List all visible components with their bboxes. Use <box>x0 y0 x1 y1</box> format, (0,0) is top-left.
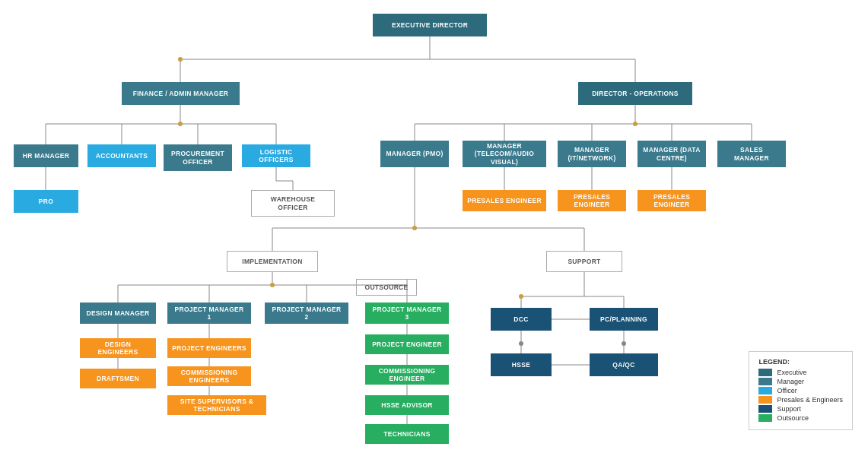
dcc: DCC <box>491 308 552 331</box>
svg-point-56 <box>178 57 183 62</box>
legend-color-box <box>758 405 772 413</box>
org-chart: EXECUTIVE DIRECTORFINANCE / ADMIN MANAGE… <box>0 0 868 453</box>
svg-point-61 <box>519 294 523 299</box>
legend: LEGEND: ExecutiveManagerOfficerPresales … <box>749 351 853 430</box>
svg-point-63 <box>622 341 626 346</box>
pm2: PROJECT MANAGER 2 <box>265 303 348 324</box>
finance-admin: FINANCE / ADMIN MANAGER <box>122 82 240 105</box>
pc-planning: PC/PLANNING <box>590 308 658 331</box>
hsse: HSSE <box>491 353 552 376</box>
legend-item-label: Executive <box>777 369 806 376</box>
svg-point-58 <box>633 122 637 126</box>
accountants: ACCOUNTANTS <box>87 144 156 167</box>
hr-manager: HR MANAGER <box>14 144 78 167</box>
site-supervisors: SITE SUPERVISORS & TECHNICIANS <box>167 395 266 415</box>
manager-it: MANAGER (IT/NETWORK) <box>558 141 626 167</box>
warehouse: WAREHOUSE OFFICER <box>251 190 335 217</box>
legend-color-box <box>758 396 772 404</box>
technicians: TECHNICIANS <box>365 424 449 444</box>
legend-item-label: Support <box>777 405 801 413</box>
pm3: PROJECT MANAGER 3 <box>365 303 449 324</box>
legend-item: Executive <box>758 369 843 376</box>
project-engineers: PROJECT ENGINEERS <box>167 338 251 358</box>
draftsmen: DRAFTSMEN <box>80 369 156 388</box>
legend-item-label: Manager <box>777 378 804 385</box>
presales3: PRESALES ENGINEER <box>637 190 706 211</box>
outsource-label: OUTSOURCE <box>356 279 417 296</box>
legend-title: LEGEND: <box>758 358 843 366</box>
legend-item: Manager <box>758 378 843 385</box>
manager-pmo: MANAGER (PMO) <box>380 141 449 167</box>
director-ops: DIRECTOR - OPERATIONS <box>578 82 692 105</box>
executive-director: EXECUTIVE DIRECTOR <box>373 14 487 36</box>
legend-item: Officer <box>758 387 843 394</box>
legend-item: Presales & Engineers <box>758 396 843 404</box>
pro: PRO <box>14 190 78 213</box>
sales-manager: SALES MANAGER <box>717 141 786 167</box>
pm1: PROJECT MANAGER 1 <box>167 303 251 324</box>
svg-point-62 <box>519 341 523 346</box>
comm-engineers: COMMISSIONING ENGINEERS <box>167 366 251 386</box>
legend-color-box <box>758 378 772 385</box>
presales2: PRESALES ENGINEER <box>558 190 626 211</box>
hsse-advisor: HSSE ADVISOR <box>365 395 449 415</box>
manager-dc: MANAGER (DATA CENTRE) <box>637 141 706 167</box>
design-manager: DESIGN MANAGER <box>80 303 156 324</box>
procurement: PROCUREMENT OFFICER <box>164 144 232 171</box>
manager-telecom: MANAGER (TELECOM/AUDIO VISUAL) <box>463 141 546 167</box>
implementation: IMPLEMENTATION <box>227 251 318 272</box>
legend-item-label: Officer <box>777 387 796 394</box>
comm-engineer-pm3: COMMISSIONING ENGINEER <box>365 365 449 385</box>
legend-item: Support <box>758 405 843 413</box>
logistic: LOGISTIC OFFICERS <box>242 144 310 167</box>
qa-qc: QA/QC <box>590 353 658 376</box>
svg-point-59 <box>412 226 417 230</box>
legend-item-label: Outsource <box>777 414 809 422</box>
legend-item-label: Presales & Engineers <box>777 396 843 404</box>
presales1: PRESALES ENGINEER <box>463 190 546 211</box>
legend-color-box <box>758 387 772 394</box>
legend-color-box <box>758 414 772 422</box>
svg-point-60 <box>270 283 275 287</box>
design-engineers: DESIGN ENGINEERS <box>80 338 156 358</box>
support-box: SUPPORT <box>546 251 622 272</box>
project-engineer-pm3: PROJECT ENGINEER <box>365 334 449 354</box>
legend-color-box <box>758 369 772 376</box>
legend-item: Outsource <box>758 414 843 422</box>
svg-point-57 <box>178 122 183 126</box>
